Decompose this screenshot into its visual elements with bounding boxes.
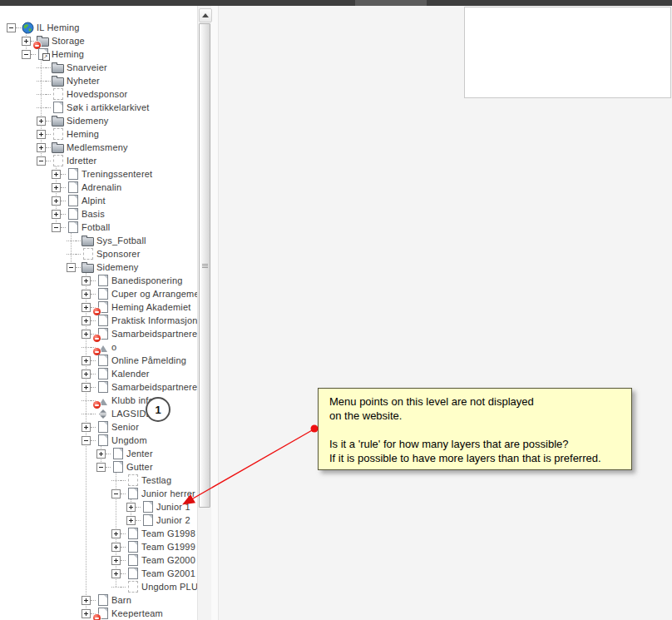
tree-expander[interactable] [111,543,121,552]
tree-expander[interactable] [82,370,91,379]
tree-node-label: Team G2000 [139,555,195,565]
tree-expander[interactable] [52,196,61,206]
tree-node-label: Senior [109,422,139,432]
tree-expander[interactable] [96,449,106,459]
tree-node[interactable]: Klubb info [0,394,154,407]
tree-node-label: Basis [79,209,105,219]
tree-node[interactable]: Barn [0,593,131,607]
tree-expander[interactable] [67,263,76,272]
page-icon [143,514,153,526]
tree-node[interactable]: Fotball [0,221,110,234]
tree-expander[interactable] [126,503,136,512]
tree-expander[interactable] [52,170,61,179]
tree-node[interactable]: Sidemeny [0,260,139,274]
tree-node[interactable]: Søk i artikkelarkivet [0,101,150,114]
tree-connector [106,467,111,468]
tree-expander[interactable] [37,130,46,139]
tree-node[interactable]: Team G1998 [0,527,195,540]
tree-node[interactable]: Sponsorer [0,247,141,260]
tree-node[interactable]: Snarveier [0,61,107,74]
tree-expander[interactable] [82,609,91,618]
tree-node[interactable]: Idretter [0,154,96,167]
tree-node-label: Heming [49,49,84,59]
tree-node[interactable]: Treningssenteret [0,167,152,181]
tree-node[interactable]: Hovedsponsor [0,87,127,101]
tree-node[interactable]: o [0,340,116,354]
tree-node[interactable]: Adrenalin [0,181,121,194]
tree-node[interactable]: LAGSIDEN [0,407,159,420]
tree-expander[interactable] [82,423,91,432]
tree-node-label: Idretter [64,156,96,166]
tree-expander[interactable] [52,183,61,192]
tree-node[interactable]: Sys_Fotball [0,234,146,247]
tree-node[interactable]: Alpint [0,194,106,207]
tree-node[interactable]: Online Påmelding [0,354,186,367]
tree-node[interactable]: Ungdom [0,434,147,447]
tree-expander[interactable] [7,23,16,32]
tree-node[interactable]: Team G1999 [0,540,195,553]
tree-node[interactable]: Junior herrer [0,487,195,500]
tree-node[interactable]: Heming Akademiet [0,300,191,314]
scroll-up-button[interactable] [199,8,212,22]
page-icon [68,168,78,180]
tree-expander[interactable] [82,316,91,325]
scrollbar-thumb[interactable] [199,23,210,508]
tree-expander[interactable] [22,37,31,46]
tree-expander[interactable] [111,489,121,498]
tree-expander[interactable] [82,383,91,392]
tree-node[interactable]: Medlemsmeny [0,141,128,154]
tree-node[interactable]: Sidemeny [0,114,109,127]
tree-expander[interactable] [82,330,91,339]
page-icon [68,195,78,206]
tree-node[interactable]: Jenter [0,447,153,460]
tree-connector [91,280,96,281]
tree-node[interactable]: Testlag [0,474,171,487]
tree-expander[interactable] [37,117,46,126]
tree-expander[interactable] [82,596,91,605]
tree-node[interactable]: Cuper og Arrangementer [0,287,197,300]
tree-node[interactable]: Samarbeidspartnere [0,327,197,340]
tree-connector [121,547,126,548]
tree-node[interactable]: Ungdom PLUSS [0,580,197,593]
tree-expander[interactable] [111,556,121,565]
tree-expander[interactable] [22,50,31,59]
tree-node[interactable]: Kalender [0,367,150,380]
tree-expander[interactable] [96,463,106,472]
tree-node[interactable]: Basis [0,207,105,221]
tree-expander[interactable] [82,356,91,365]
tree-node[interactable]: Junior 2 [0,513,190,527]
tree-node-label: Ungdom [109,435,147,445]
tree-node[interactable]: Team G2001 [0,567,195,580]
tree-expander[interactable] [37,143,46,152]
tree-node[interactable]: Senior [0,420,139,434]
tree-expander[interactable] [82,436,91,445]
tree-node[interactable]: Heming [0,127,99,141]
tree-expander[interactable] [111,529,121,538]
tree-scrollbar[interactable] [197,6,211,620]
page-icon [98,381,108,393]
tree-expander[interactable] [37,156,46,166]
tree-node-label: Sidemeny [94,262,139,272]
tree-node[interactable]: Storage [0,34,85,47]
tree-expander[interactable] [126,516,136,525]
tree-connector [46,107,51,108]
tree-node[interactable]: Praktisk Informasjon [0,314,197,327]
tree-node[interactable]: Keeperteam [0,607,163,620]
tree-node[interactable]: Samarbeidspartnere [0,380,197,394]
tree-node[interactable]: Nyheter [0,74,100,87]
page-icon [68,181,78,193]
tree-node[interactable]: IL Heming [0,21,80,34]
tree-node[interactable]: Team G2000 [0,553,195,567]
tree-expander[interactable] [52,210,61,219]
tree-expander[interactable] [82,303,91,312]
dotted-page-icon [53,88,63,100]
tree-expander[interactable] [111,569,121,578]
tree-expander[interactable] [82,276,91,285]
tree-node[interactable]: ↗Heming [0,47,84,61]
tree-node[interactable]: Gutter [0,460,153,474]
tree-node[interactable]: Banedisponering [0,274,183,287]
tree-expander[interactable] [52,223,61,232]
tree-node[interactable]: Junior 1 [0,500,190,513]
tree-expander[interactable] [82,290,91,299]
tree-connector [76,254,81,255]
